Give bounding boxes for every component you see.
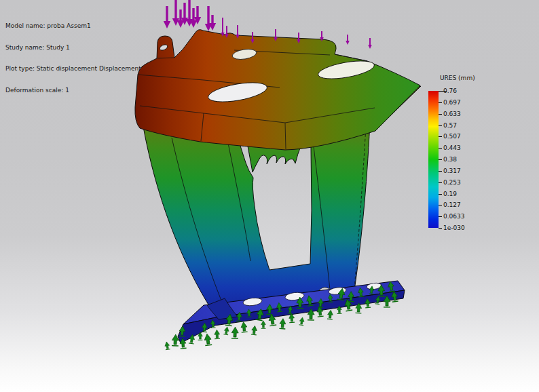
legend-value: 0.76 — [443, 87, 457, 94]
legend-tick — [439, 148, 442, 149]
legend-tick — [439, 125, 442, 126]
result-legend: URES (mm) 0.760.6970.6330.570.5070.4430.… — [425, 72, 487, 241]
legend-value: 0.443 — [443, 144, 461, 151]
legend-value: 0.697 — [443, 99, 461, 106]
legend-value: 0.0633 — [443, 213, 465, 220]
legend-tick — [439, 216, 442, 217]
bracket-top[interactable] — [135, 30, 420, 150]
legend-tick — [439, 114, 442, 115]
legend-value: 0.633 — [443, 111, 461, 117]
legend-value: 0.253 — [443, 179, 461, 186]
legend-colorbar — [428, 91, 439, 228]
legend-value: 0.38 — [443, 156, 457, 163]
legend-title: URES (mm) — [440, 75, 475, 81]
legend-tick — [439, 194, 442, 195]
legend-value: 1e-030 — [443, 224, 465, 231]
graphics-viewport[interactable]: Model name: proba Assem1 Study name: Stu… — [0, 0, 539, 392]
legend-value: 0.317 — [443, 168, 461, 174]
legend-tick — [439, 205, 442, 205]
legend-value: 0.127 — [443, 201, 461, 208]
legend-value: 0.507 — [443, 133, 461, 140]
legend-tick — [439, 171, 442, 172]
legend-tick — [439, 182, 442, 183]
legend-tick — [439, 136, 442, 137]
legend-tick — [439, 228, 442, 229]
legend-tick — [439, 102, 442, 103]
legend-value: 0.57 — [443, 122, 457, 129]
legend-tick — [439, 159, 442, 160]
legend-value: 0.19 — [443, 191, 457, 197]
